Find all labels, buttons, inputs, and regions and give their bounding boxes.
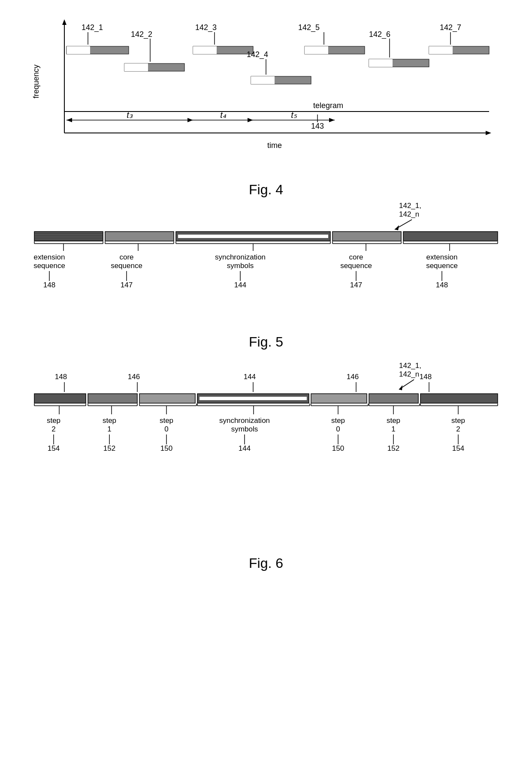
- sym7-label: 142_7: [440, 23, 461, 32]
- fig6-sync-l2: symbols: [231, 425, 258, 433]
- svg-rect-20: [305, 46, 328, 54]
- sym2-label: 142_2: [131, 30, 152, 39]
- fig6-step1b-l2: 1: [391, 425, 395, 433]
- fig5-core-left-l2: sequence: [111, 262, 142, 270]
- fig4-title: Fig. 4: [26, 182, 506, 198]
- fig6-ref148b-top: 148: [420, 373, 432, 381]
- svg-marker-36: [395, 225, 399, 230]
- svg-marker-1: [62, 19, 66, 25]
- fig6-ref150a: 150: [160, 444, 172, 452]
- fig6-ref148a-top: 148: [55, 373, 67, 381]
- fig5-ref-top2: 142_n: [399, 210, 419, 218]
- fig6-ref-top2: 142_n: [399, 370, 419, 378]
- svg-rect-86: [369, 394, 418, 403]
- fig6-ref146b-top: 146: [347, 373, 359, 381]
- fig5-core-right-l1: core: [349, 253, 363, 261]
- telegram-label: telegram: [313, 101, 343, 110]
- svg-rect-23: [369, 59, 393, 67]
- fig5-sync-l1: synchronization: [215, 253, 266, 261]
- fig5-svg: 142_1, 142_n: [26, 197, 506, 326]
- fig5-sync-l2: symbols: [227, 262, 254, 270]
- t4-label: t₄: [220, 110, 227, 120]
- fig5-ext-right-l2: sequence: [426, 262, 458, 270]
- svg-marker-74: [399, 385, 402, 390]
- svg-rect-85: [311, 394, 367, 403]
- fig6-ref152b: 152: [387, 444, 399, 452]
- fig5-title: Fig. 5: [26, 334, 506, 350]
- fig5-container: 142_1, 142_n: [26, 197, 506, 350]
- fig6-title: Fig. 6: [26, 555, 506, 571]
- fig6-ref150b: 150: [332, 444, 344, 452]
- fig6-step2a-l1: step: [47, 416, 60, 425]
- fig6-svg: 142_1, 142_n 148 146 144 146 148: [26, 359, 506, 547]
- svg-rect-80: [34, 394, 86, 403]
- svg-rect-43: [105, 232, 174, 241]
- fig6-step2b-l1: step: [451, 416, 465, 425]
- fig6-step0b-l2: 0: [336, 425, 340, 433]
- t5-label: t₅: [291, 110, 297, 120]
- fig5-core-left-l1: core: [119, 253, 133, 261]
- fig6-ref-top1: 142_1,: [399, 362, 421, 370]
- fig6-ref152a: 152: [103, 444, 115, 452]
- fig6-ref144b: 144: [239, 444, 251, 452]
- svg-rect-26: [429, 46, 453, 54]
- fig5-ext-right-l1: extension: [426, 253, 458, 261]
- fig6-ref154b: 154: [452, 444, 464, 452]
- svg-rect-87: [420, 394, 498, 403]
- svg-rect-82: [139, 394, 195, 403]
- fig4-container: frequency time telegram 143 142_1 142_2: [26, 13, 506, 193]
- fig5-ref147a: 147: [121, 281, 133, 289]
- svg-marker-34: [329, 118, 335, 122]
- fig5-core-right-l2: sequence: [340, 262, 372, 270]
- svg-rect-46: [332, 232, 401, 241]
- time-label: time: [267, 141, 282, 150]
- freq-label: frequency: [32, 64, 40, 98]
- fig6-step0a-l2: 0: [164, 425, 168, 433]
- fig6-step1b-l1: step: [387, 416, 400, 425]
- svg-rect-7: [66, 46, 90, 54]
- fig6-ref144a-top: 144: [244, 373, 256, 381]
- sym1-label: 142_1: [82, 23, 103, 32]
- fig5-ref144: 144: [234, 281, 246, 289]
- fig6-step1a-l1: step: [103, 416, 116, 425]
- fig6-ref154a: 154: [48, 444, 60, 452]
- fig6-container: 142_1, 142_n 148 146 144 146 148: [26, 359, 506, 571]
- svg-rect-17: [251, 76, 275, 84]
- fig6-sync-l1: synchronization: [219, 416, 270, 425]
- svg-marker-29: [66, 118, 72, 122]
- page: frequency time telegram 143 142_1 142_2: [0, 0, 532, 775]
- fig5-ref-top1: 142_1,: [399, 202, 421, 210]
- fig5-ref148a: 148: [43, 281, 55, 289]
- svg-marker-3: [486, 131, 491, 135]
- sym3-label: 142_3: [195, 23, 217, 32]
- sym5-label: 142_5: [298, 23, 320, 32]
- fig6-ref146a-top: 146: [128, 373, 140, 381]
- fig6-step2b-l2: 2: [456, 425, 460, 433]
- t3-label: t₃: [127, 110, 133, 120]
- fig5-ext-left-l2: sequence: [33, 262, 65, 270]
- svg-marker-32: [248, 118, 253, 122]
- svg-rect-14: [193, 46, 217, 54]
- svg-rect-81: [88, 394, 137, 403]
- fig6-step0b-l1: step: [331, 416, 345, 425]
- fig6-step0a-l1: step: [160, 416, 173, 425]
- svg-rect-45: [178, 235, 328, 238]
- sym4-label: 142_4: [247, 50, 268, 59]
- fig4-svg: frequency time telegram 143 142_1 142_2: [26, 13, 506, 180]
- svg-rect-47: [403, 232, 498, 241]
- svg-rect-84: [200, 397, 307, 400]
- svg-rect-37: [34, 232, 103, 241]
- ref143: 143: [311, 122, 324, 130]
- fig5-ref147b: 147: [350, 281, 362, 289]
- fig6-step2a-l2: 2: [51, 425, 55, 433]
- fig5-ext-left-l1: extension: [34, 253, 65, 261]
- fig5-ref148b: 148: [436, 281, 448, 289]
- svg-rect-11: [124, 63, 148, 71]
- svg-marker-30: [187, 118, 193, 122]
- fig6-step1a-l2: 1: [107, 425, 111, 433]
- sym6-label: 142_6: [369, 30, 390, 39]
